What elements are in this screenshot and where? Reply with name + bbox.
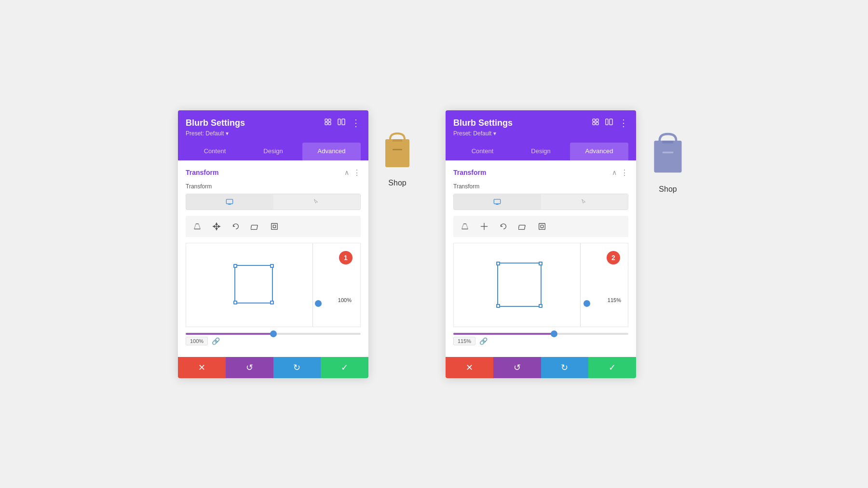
shop-icon-1	[378, 130, 417, 173]
preset-label-2[interactable]: Preset: Default ▾	[453, 130, 628, 137]
cancel-button-2[interactable]: ✕	[446, 357, 493, 378]
svg-rect-23	[593, 119, 595, 121]
slider-label-2: 115% 🔗	[453, 337, 628, 345]
slider-row-1: 100% 🔗	[186, 333, 361, 345]
vertical-line-1	[312, 243, 313, 327]
tab-content-2[interactable]: Content	[453, 143, 512, 160]
tool-skew2-1[interactable]	[246, 219, 264, 234]
tab-content-1[interactable]: Content	[186, 143, 244, 160]
slider-thumb-1[interactable]	[270, 330, 277, 337]
settings-panel-1: Blurb Settings	[178, 110, 368, 378]
svg-rect-22	[393, 149, 402, 150]
columns-icon-2[interactable]	[605, 118, 613, 128]
svg-marker-15	[213, 225, 215, 227]
cancel-button-1[interactable]: ✕	[178, 357, 226, 378]
svg-rect-0	[325, 119, 327, 121]
more-icon-2[interactable]: ⋮	[619, 118, 628, 128]
section-more-icon-2[interactable]: ⋮	[621, 168, 628, 177]
step-badge-2: 2	[607, 251, 620, 264]
tool-translate-2[interactable]	[475, 219, 493, 234]
panel-wrapper-2: Blurb Settings	[446, 110, 690, 378]
tool-translate-1[interactable]	[208, 219, 225, 234]
columns-icon-1[interactable]	[338, 118, 345, 128]
slider-thumb-2[interactable]	[551, 330, 557, 337]
tab-advanced-2[interactable]: Advanced	[570, 143, 628, 160]
svg-rect-24	[596, 119, 598, 121]
slider-track-2[interactable]	[453, 333, 628, 335]
section-title-2: Transform	[453, 169, 486, 176]
slider-value-box-1[interactable]: 100%	[186, 337, 208, 345]
svg-rect-29	[494, 199, 501, 203]
svg-rect-1	[328, 119, 331, 121]
svg-rect-2	[325, 122, 327, 125]
panel-header-top-2: Blurb Settings	[453, 118, 628, 128]
tool-skew-2[interactable]	[456, 219, 474, 234]
svg-rect-20	[385, 139, 409, 167]
section-more-icon-1[interactable]: ⋮	[353, 168, 361, 177]
svg-marker-16	[218, 225, 220, 227]
toggle-hover-2[interactable]	[541, 194, 628, 210]
tool-scale-2[interactable]	[533, 219, 551, 234]
scale-dot-2	[583, 300, 590, 307]
redo-button-1[interactable]: ↻	[273, 357, 321, 378]
panel-title-1: Blurb Settings	[186, 118, 245, 128]
panel-tabs-2: Content Design Advanced	[453, 143, 628, 160]
redo-button-2[interactable]: ↻	[541, 357, 589, 378]
transform-box-1[interactable]	[234, 265, 273, 303]
expand-icon-1[interactable]	[324, 118, 332, 128]
save-button-1[interactable]: ✓	[321, 357, 368, 378]
panel-footer-2: ✕ ↺ ↻ ✓	[446, 357, 636, 378]
panel-body-1: Transform ∧ ⋮ Transform	[178, 160, 368, 357]
panel-header-1: Blurb Settings	[178, 110, 368, 160]
panel-header-top-1: Blurb Settings	[186, 118, 361, 128]
toggle-desktop-2[interactable]	[454, 194, 541, 210]
transform-box-2[interactable]	[497, 263, 542, 307]
slider-track-1[interactable]	[186, 333, 361, 335]
link-icon-2[interactable]: 🔗	[479, 337, 488, 345]
svg-rect-6	[227, 199, 233, 203]
link-icon-1[interactable]: 🔗	[212, 337, 220, 345]
tool-skew-1[interactable]	[189, 219, 206, 234]
toggle-desktop-1[interactable]	[186, 194, 273, 210]
toggle-hover-1[interactable]	[273, 194, 361, 210]
tab-advanced-1[interactable]: Advanced	[302, 143, 361, 160]
slider-value-box-2[interactable]: 115%	[453, 337, 475, 345]
settings-panel-2: Blurb Settings	[446, 110, 636, 378]
more-icon-1[interactable]: ⋮	[351, 118, 361, 128]
svg-rect-19	[273, 225, 275, 227]
svg-rect-37	[539, 223, 545, 229]
undo-button-1[interactable]: ↺	[226, 357, 273, 378]
svg-rect-40	[663, 140, 674, 143]
canvas-area-2: 2 115%	[453, 243, 628, 327]
transform-tools-2	[453, 216, 628, 237]
section-title-1: Transform	[186, 169, 218, 176]
panel-header-icons-2: ⋮	[592, 118, 628, 128]
tool-rotate-1[interactable]	[227, 219, 244, 234]
svg-rect-28	[610, 119, 612, 125]
scale-dot-1	[315, 300, 322, 307]
svg-rect-39	[654, 140, 681, 172]
collapse-icon-2[interactable]: ∧	[612, 169, 617, 176]
undo-button-2[interactable]: ↺	[493, 357, 541, 378]
preview-area-2: Shop	[646, 110, 690, 194]
save-button-2[interactable]: ✓	[588, 357, 636, 378]
preview-area-1: Shop	[378, 110, 417, 187]
svg-rect-21	[393, 139, 402, 142]
canvas-inner-2: 2 115%	[454, 243, 628, 327]
section-header-1: Transform ∧ ⋮	[186, 168, 361, 177]
preset-label-1[interactable]: Preset: Default ▾	[186, 130, 361, 137]
vertical-line-2	[580, 243, 581, 327]
transform-tools-1	[186, 216, 361, 237]
tab-design-2[interactable]: Design	[512, 143, 570, 160]
tool-rotate-2[interactable]	[495, 219, 512, 234]
svg-marker-13	[216, 223, 217, 224]
panel-title-2: Blurb Settings	[453, 118, 513, 128]
svg-rect-38	[541, 225, 543, 227]
collapse-icon-1[interactable]: ∧	[344, 169, 349, 176]
expand-icon-2[interactable]	[592, 118, 599, 128]
tab-design-1[interactable]: Design	[244, 143, 302, 160]
tool-scale-1[interactable]	[266, 219, 283, 234]
svg-rect-26	[596, 122, 598, 125]
tool-skew2-2[interactable]	[514, 219, 531, 234]
panel-header-2: Blurb Settings	[446, 110, 636, 160]
